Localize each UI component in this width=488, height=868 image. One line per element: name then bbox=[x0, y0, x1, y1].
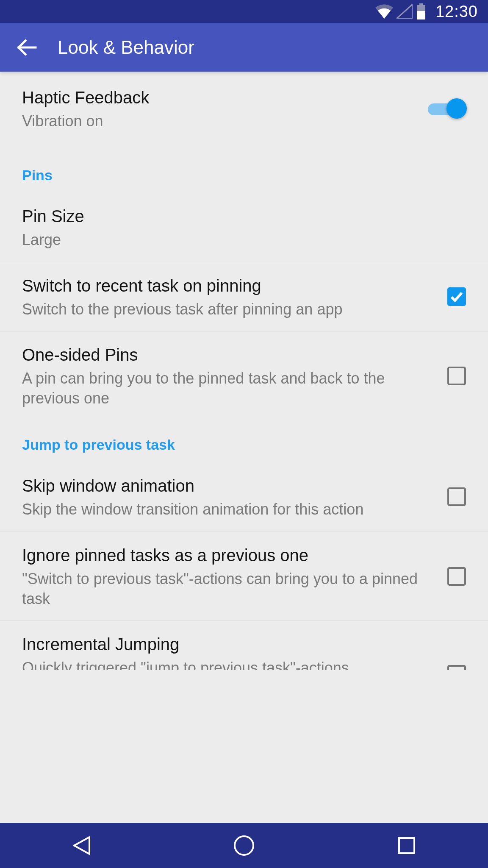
check-icon bbox=[449, 289, 464, 304]
skip-animation-checkbox[interactable] bbox=[447, 487, 466, 506]
setting-title: Incremental Jumping bbox=[22, 633, 437, 656]
arrow-back-icon bbox=[15, 36, 37, 58]
svg-point-3 bbox=[235, 836, 253, 855]
setting-title: One-sided Pins bbox=[22, 343, 437, 366]
switch-thumb bbox=[446, 98, 467, 119]
back-button[interactable] bbox=[15, 36, 37, 58]
setting-one-sided-pins[interactable]: One-sided Pins A pin can bring you to th… bbox=[0, 331, 488, 420]
setting-subtitle: Switch to the previous task after pinnin… bbox=[22, 300, 437, 320]
switch-recent-checkbox[interactable] bbox=[447, 287, 466, 306]
haptic-switch[interactable] bbox=[428, 97, 466, 120]
setting-skip-animation[interactable]: Skip window animation Skip the window tr… bbox=[0, 462, 488, 532]
setting-title: Ignore pinned tasks as a previous one bbox=[22, 544, 437, 567]
status-bar: 12:30 bbox=[0, 0, 488, 23]
nav-back-button[interactable] bbox=[67, 831, 96, 860]
status-time: 12:30 bbox=[435, 3, 478, 21]
setting-title: Switch to recent task on pinning bbox=[22, 274, 437, 297]
svg-rect-2 bbox=[417, 11, 425, 19]
section-header-jump: Jump to previous task bbox=[0, 420, 488, 462]
nav-back-icon bbox=[72, 835, 91, 857]
section-header-pins: Pins bbox=[0, 143, 488, 193]
svg-rect-4 bbox=[399, 838, 414, 853]
nav-recent-button[interactable] bbox=[392, 831, 421, 860]
svg-rect-0 bbox=[419, 3, 423, 5]
one-sided-checkbox[interactable] bbox=[447, 367, 466, 385]
page-title: Look & Behavior bbox=[58, 37, 194, 58]
setting-title: Haptic Feedback bbox=[22, 86, 418, 109]
setting-subtitle: "Switch to previous task"-actions can br… bbox=[22, 569, 437, 609]
setting-title: Skip window animation bbox=[22, 474, 437, 497]
setting-title: Pin Size bbox=[22, 205, 456, 228]
setting-subtitle: Vibration on bbox=[22, 111, 418, 131]
setting-incremental-jumping[interactable]: Incremental Jumping Quickly triggered "j… bbox=[0, 621, 488, 670]
cell-signal-icon bbox=[396, 4, 413, 19]
settings-list: Haptic Feedback Vibration on Pins Pin Si… bbox=[0, 72, 488, 823]
setting-subtitle: A pin can bring you to the pinned task a… bbox=[22, 369, 437, 409]
app-bar: Look & Behavior bbox=[0, 23, 488, 72]
nav-home-button[interactable] bbox=[229, 831, 259, 860]
setting-ignore-pinned[interactable]: Ignore pinned tasks as a previous one "S… bbox=[0, 532, 488, 621]
nav-home-icon bbox=[233, 835, 255, 857]
setting-subtitle: Large bbox=[22, 230, 456, 250]
setting-subtitle: Skip the window transition animation for… bbox=[22, 500, 437, 520]
setting-pin-size[interactable]: Pin Size Large bbox=[0, 193, 488, 262]
setting-haptic-feedback[interactable]: Haptic Feedback Vibration on bbox=[0, 72, 488, 143]
nav-recent-icon bbox=[397, 836, 416, 855]
setting-switch-recent[interactable]: Switch to recent task on pinning Switch … bbox=[0, 262, 488, 332]
status-icons: 12:30 bbox=[375, 3, 478, 21]
setting-subtitle: Quickly triggered "jump to previous task… bbox=[22, 658, 437, 670]
wifi-icon bbox=[375, 4, 393, 19]
ignore-pinned-checkbox[interactable] bbox=[447, 567, 466, 586]
navigation-bar bbox=[0, 823, 488, 868]
incremental-checkbox[interactable] bbox=[447, 665, 466, 670]
battery-icon bbox=[416, 3, 426, 19]
